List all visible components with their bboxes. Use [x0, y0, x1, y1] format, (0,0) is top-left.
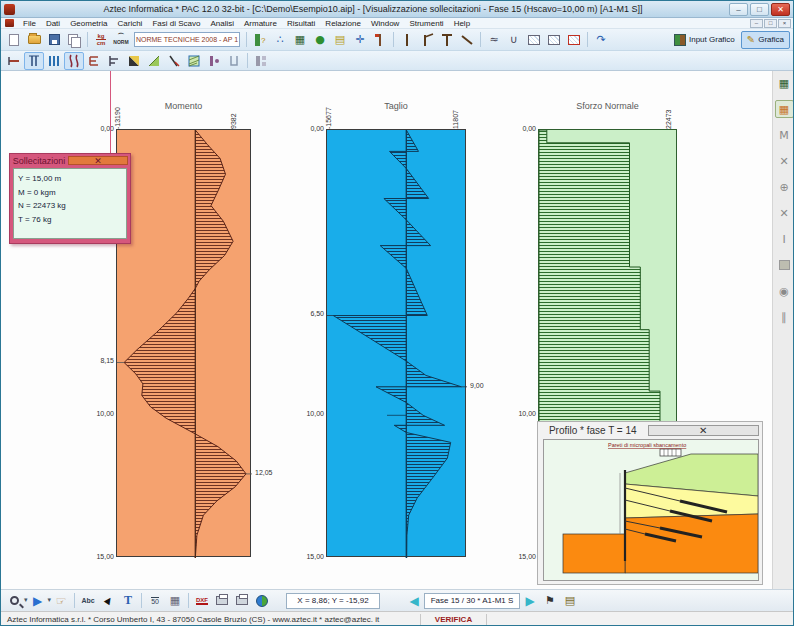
new-file-button[interactable]	[4, 31, 24, 49]
close-button[interactable]: ✕	[771, 3, 790, 16]
blank-swatch-button[interactable]	[775, 256, 794, 274]
tieback-button[interactable]	[457, 31, 477, 49]
open-file-button[interactable]	[24, 31, 44, 49]
export-button[interactable]: ↷	[591, 31, 611, 49]
hatch-option2-button[interactable]	[544, 31, 564, 49]
combined-diagram-button[interactable]	[64, 52, 84, 70]
results-table-button[interactable]: ▦	[775, 74, 794, 92]
pressure-diagram-button[interactable]	[44, 52, 64, 70]
spellcheck-button[interactable]: Abc	[78, 592, 98, 610]
displacement-diagram-button[interactable]	[4, 52, 24, 70]
mdi-restore-button[interactable]: □	[764, 19, 777, 28]
menu-armature[interactable]: Armature	[239, 19, 282, 28]
beam-diagram-button[interactable]	[104, 52, 124, 70]
grafica-button[interactable]: ✎Grafica	[741, 31, 790, 49]
i-beam-icon: I	[782, 234, 785, 245]
dimension-grid-button[interactable]: ▦	[165, 592, 185, 610]
compass-button[interactable]: ⊕	[775, 178, 794, 196]
pile-icon	[400, 33, 414, 47]
save-button[interactable]	[44, 31, 64, 49]
dimension-button[interactable]: 50	[145, 592, 165, 610]
zoom-caret[interactable]: ▾	[24, 597, 28, 604]
status-empty-cell	[487, 614, 793, 626]
u-shape-button[interactable]	[224, 52, 244, 70]
phase-box[interactable]: Fase 15 / 30 * A1-M1 S	[424, 593, 520, 609]
dxf-export-button[interactable]: DXF	[192, 592, 212, 610]
inclined-line-icon	[167, 54, 181, 68]
drawing-canvas[interactable]: Momento Taglio Sforzo Normale -13190 938…	[1, 71, 794, 589]
spring-button[interactable]: ≈	[484, 31, 504, 49]
table-icon: ▤	[565, 595, 575, 606]
menu-window[interactable]: Window	[366, 19, 404, 28]
hand-pan-button[interactable]: ☞	[51, 592, 71, 610]
analysis-options-button[interactable]: ?	[250, 31, 270, 49]
menu-help[interactable]: Help	[449, 19, 475, 28]
momento-diagram	[117, 130, 252, 558]
toolbar-separator	[87, 32, 88, 47]
hatched-panel-button[interactable]	[184, 52, 204, 70]
menu-geometria[interactable]: Geometria	[65, 19, 112, 28]
bar-dot-button[interactable]	[204, 52, 224, 70]
hatch-option-button[interactable]	[524, 31, 544, 49]
mdi-minimize-button[interactable]: –	[750, 19, 763, 28]
menu-strumenti[interactable]: Strumenti	[404, 19, 448, 28]
moment-diagram-button[interactable]	[24, 52, 44, 70]
section-arrows-button[interactable]: ✛	[350, 31, 370, 49]
pile-anchor-button[interactable]	[417, 31, 437, 49]
table-view-button[interactable]: ▤	[560, 592, 580, 610]
hatch-remove-button[interactable]	[564, 31, 584, 49]
zoom-button[interactable]	[4, 592, 24, 610]
profilo-close-button[interactable]: ✕	[648, 425, 760, 436]
tools-button[interactable]: ✕	[775, 152, 794, 170]
sollecitazioni-popup-title: Sollecitazioni	[10, 156, 68, 166]
print-preview-icon	[236, 596, 248, 605]
soil-layers-button[interactable]: ▤	[330, 31, 350, 49]
input-grafico-button[interactable]: Input Grafico	[668, 31, 741, 49]
menu-risultati[interactable]: Risultati	[282, 19, 320, 28]
norms-button[interactable]: ⌒NORM	[111, 31, 131, 49]
profilo-window[interactable]: Profilo * fase T = 14 ✕ Par	[537, 421, 763, 585]
dark-triangle-button[interactable]	[124, 52, 144, 70]
menu-relazione[interactable]: Relazione	[320, 19, 366, 28]
render-button[interactable]: ◉	[775, 282, 794, 300]
pan-direction-button[interactable]: ▶	[28, 592, 48, 610]
vegetation-button[interactable]: ●	[310, 31, 330, 49]
node-points-button[interactable]: ∴	[270, 31, 290, 49]
text-tool-button[interactable]: T	[118, 592, 138, 610]
minimize-button[interactable]: –	[729, 3, 748, 16]
help-button[interactable]	[252, 592, 272, 610]
pile-dimension-button[interactable]	[370, 31, 390, 49]
moment-tool-button[interactable]: M	[775, 126, 794, 144]
design-code-combo[interactable]: NORME TECNICHE 2008 - AP 1	[134, 32, 240, 47]
wall-data-button[interactable]: ▦	[290, 31, 310, 49]
pile-button[interactable]	[397, 31, 417, 49]
inclined-line-button[interactable]	[164, 52, 184, 70]
popup-close-button[interactable]: ✕	[68, 156, 128, 165]
print-preview-button[interactable]	[232, 592, 252, 610]
sforzo-max-label: 22473	[665, 95, 672, 129]
layout-button[interactable]	[251, 52, 271, 70]
u-clamp-button[interactable]: ∪	[504, 31, 524, 49]
anchor-diagram-button[interactable]	[84, 52, 104, 70]
menu-fasi-di-scavo[interactable]: Fasi di Scavo	[147, 19, 205, 28]
menu-dati[interactable]: Dati	[41, 19, 65, 28]
menu-carichi[interactable]: Carichi	[112, 19, 147, 28]
pile-cap-button[interactable]	[437, 31, 457, 49]
copy-button[interactable]	[64, 31, 84, 49]
sollecitazioni-popup[interactable]: Sollecitazioni ✕ Y = 15,00 m M = 0 kgm N…	[9, 153, 131, 244]
menu-file[interactable]: File	[18, 19, 41, 28]
select-cursor-button[interactable]: ▶	[98, 592, 118, 610]
prev-phase-button[interactable]: ◀	[404, 592, 424, 610]
section-cursor-button[interactable]: I	[775, 230, 794, 248]
split-view-button[interactable]: ∥	[775, 308, 794, 326]
maximize-button[interactable]: □	[750, 3, 769, 16]
annotate-button[interactable]: ⚑	[540, 592, 560, 610]
units-button[interactable]: kgcm	[91, 31, 111, 49]
delete-tool-button[interactable]: ✕	[775, 204, 794, 222]
light-triangle-button[interactable]	[144, 52, 164, 70]
mdi-close-button[interactable]: ×	[778, 19, 791, 28]
next-phase-button[interactable]: ▶	[520, 592, 540, 610]
color-map-button[interactable]: ▦	[775, 100, 794, 118]
menu-analisi[interactable]: Analisi	[205, 19, 239, 28]
print-button[interactable]	[212, 592, 232, 610]
